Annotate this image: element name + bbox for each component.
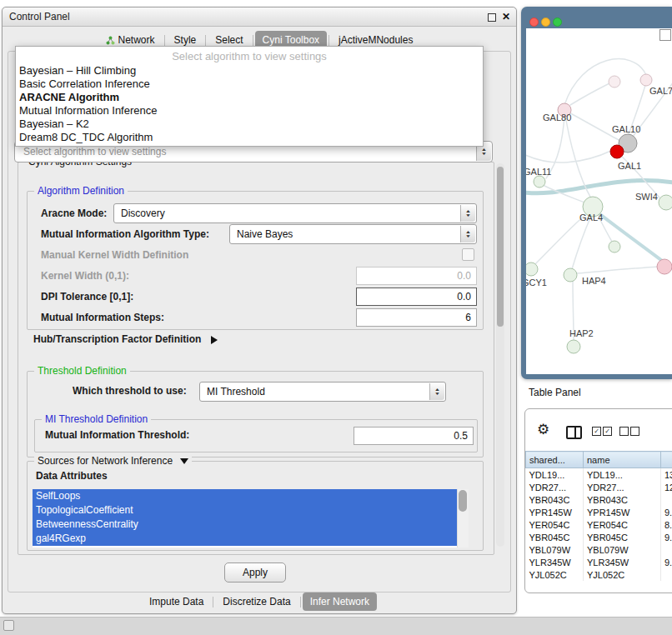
- algorithm-option-bayesian-hill-climbing[interactable]: Bayesian – Hill Climbing: [16, 64, 483, 78]
- algorithm-option-bayesian-k2[interactable]: Bayesian – K2: [16, 118, 483, 131]
- dpi-tolerance-label: DPI Tolerance [0,1]:: [41, 288, 133, 305]
- table-row[interactable]: YDR27...YDR27...12: [526, 481, 672, 493]
- data-attributes-list[interactable]: SelfLoopsTopologicalCoefficientBetweenne…: [33, 489, 468, 548]
- scrollbar-corner-box[interactable]: [659, 29, 671, 41]
- dropdown-prompt: Select algorithm to view settings: [16, 49, 483, 64]
- network-node-hap4[interactable]: [564, 268, 577, 282]
- table-cell: 9.: [661, 556, 672, 568]
- scrollbar-thumb[interactable]: [497, 167, 504, 327]
- table-cell: YBR045C: [526, 531, 584, 543]
- algorithm-option-dream8-dc-tdc-algorithm[interactable]: Dream8 DC_TDC Algorithm: [16, 131, 483, 144]
- network-edge[interactable]: [570, 83, 609, 105]
- network-graph: GAL80GAL7GAL10GAL1GAL11SWI4GAL4GCY1HAP4H…: [526, 28, 672, 374]
- table-cell: YDL19...: [526, 468, 584, 482]
- network-node-gal7[interactable]: [640, 74, 652, 86]
- network-node-gal1[interactable]: [610, 145, 624, 158]
- table-row[interactable]: YJL052CYJL052C: [526, 568, 672, 581]
- attribute-item-betweennesscentrality[interactable]: BetweennessCentrality: [33, 518, 457, 532]
- dpi-tolerance-input[interactable]: [356, 288, 477, 306]
- table-cell: YDL19...: [584, 468, 661, 482]
- table-settings-gear-icon[interactable]: ⚙: [537, 422, 549, 437]
- mi-algorithm-type-select[interactable]: Naive Bayes ▲▼: [229, 224, 477, 244]
- minimize-traffic-icon[interactable]: [541, 18, 550, 27]
- node-label: GAL7: [649, 86, 672, 96]
- select-all-rows-icon[interactable]: ✓ ✓: [592, 427, 612, 436]
- node-label: SWI4: [635, 192, 658, 202]
- hub-definition-label: Hub/Transcription Factor Definition: [33, 333, 201, 345]
- show-columns-icon[interactable]: [566, 426, 582, 439]
- table-row[interactable]: YBR045CYBR045C9.: [526, 531, 672, 543]
- network-canvas[interactable]: GAL80GAL7GAL10GAL1GAL11SWI4GAL4GCY1HAP4H…: [526, 28, 672, 374]
- attributes-scrollbar[interactable]: [457, 489, 469, 548]
- network-node[interactable]: [609, 241, 620, 252]
- sources-group-title[interactable]: Sources for Network Inference: [34, 455, 192, 467]
- tab-infer-network[interactable]: Infer Network: [303, 592, 377, 611]
- network-edge[interactable]: [576, 267, 658, 273]
- which-threshold-select[interactable]: MI Threshold ▲▼: [199, 382, 446, 402]
- network-node-gal11[interactable]: [534, 176, 545, 188]
- table-row[interactable]: YLR345WYLR345W9.: [526, 556, 672, 568]
- network-node[interactable]: [609, 76, 620, 88]
- attribute-item-selfloops[interactable]: SelfLoops: [33, 489, 457, 503]
- mi-threshold-group: MI Threshold Definition Mutual Informati…: [34, 419, 478, 452]
- tab-separator: [253, 35, 253, 46]
- table-header-row: shared...name: [526, 452, 672, 468]
- empty-box-icon: [630, 427, 639, 436]
- table-row[interactable]: YBL079WYBL079W: [526, 543, 672, 556]
- attribute-item-topologicalcoefficient[interactable]: TopologicalCoefficient: [33, 503, 457, 518]
- table-row[interactable]: YPR145WYPR145W9.: [526, 506, 672, 518]
- mi-threshold-input[interactable]: [354, 427, 474, 445]
- tab-separator: [300, 597, 301, 608]
- network-edge[interactable]: [564, 59, 646, 105]
- algorithm-option-mutual-information-inference[interactable]: Mutual Information Inference: [16, 104, 483, 118]
- scrollbar-thumb[interactable]: [459, 490, 467, 512]
- tab-impute-data[interactable]: Impute Data: [142, 592, 211, 611]
- kernel-width-input[interactable]: [356, 267, 477, 285]
- network-node-hap2[interactable]: [567, 340, 580, 353]
- table-row[interactable]: YBR043CYBR043C: [526, 493, 672, 506]
- desktop: Control Panel ✕ NetworkStyleSelectCyni T…: [0, 0, 672, 635]
- network-node-gcy1[interactable]: [526, 262, 538, 276]
- threshold-definition-group: Threshold Definition Which threshold to …: [27, 371, 484, 458]
- network-node-swi4[interactable]: [659, 195, 672, 210]
- aracne-mode-select[interactable]: Discovery ▲▼: [113, 203, 477, 223]
- manual-kernel-width-label: Manual Kernel Width Definition: [41, 247, 188, 263]
- threshold-definition-title: Threshold Definition: [34, 365, 130, 377]
- table-cell: YJL052C: [526, 568, 584, 581]
- table-row[interactable]: YER054CYER054C8.: [526, 518, 672, 531]
- table-row[interactable]: YDL19...YDL19...13: [526, 468, 672, 482]
- manual-kernel-width-checkbox[interactable]: [462, 248, 474, 261]
- network-edge[interactable]: [534, 215, 585, 265]
- deselect-all-rows-icon[interactable]: [619, 427, 639, 436]
- bottom-tab-bar: Impute DataDiscretize DataInfer Network: [3, 592, 516, 612]
- settings-scrollbar[interactable]: [496, 163, 504, 547]
- close-traffic-icon[interactable]: [529, 18, 539, 27]
- column-header[interactable]: [661, 452, 672, 468]
- apply-button[interactable]: Apply: [224, 562, 286, 582]
- mi-algorithm-type-label: Mutual Information Algorithm Type:: [41, 226, 209, 242]
- algorithm-option-aracne-algorithm[interactable]: ARACNE Algorithm: [16, 91, 483, 104]
- close-icon[interactable]: ✕: [502, 11, 510, 22]
- zoom-traffic-icon[interactable]: [553, 18, 562, 27]
- hub-definition-toggle[interactable]: Hub/Transcription Factor Definition: [33, 331, 218, 348]
- node-label: GAL4: [579, 212, 603, 222]
- combo-arrows-icon: ▲▼: [460, 226, 475, 242]
- table-cell: YER054C: [526, 518, 584, 531]
- network-edge[interactable]: [526, 150, 613, 162]
- data-attributes-label: Data Attributes: [36, 470, 108, 482]
- status-band: [0, 617, 672, 635]
- control-panel-titlebar[interactable]: Control Panel ✕: [3, 8, 516, 27]
- table-panel-title: Table Panel: [529, 387, 581, 398]
- mi-steps-input[interactable]: [356, 308, 477, 327]
- attribute-item-gal4rgexp[interactable]: gal4RGexp: [33, 532, 457, 546]
- panel-grip-icon[interactable]: [3, 620, 14, 631]
- tab-discretize-data[interactable]: Discretize Data: [215, 592, 298, 611]
- network-node[interactable]: [657, 259, 672, 274]
- column-header[interactable]: shared...: [526, 452, 584, 468]
- float-window-icon[interactable]: [488, 13, 496, 22]
- algorithm-option-basic-correlation-inference[interactable]: Basic Correlation Inference: [16, 78, 483, 91]
- column-header[interactable]: name: [584, 452, 661, 468]
- table-cell: 13: [661, 468, 672, 482]
- combo-arrows-icon: ▲▼: [460, 205, 475, 222]
- which-threshold-value: MI Threshold: [207, 382, 265, 401]
